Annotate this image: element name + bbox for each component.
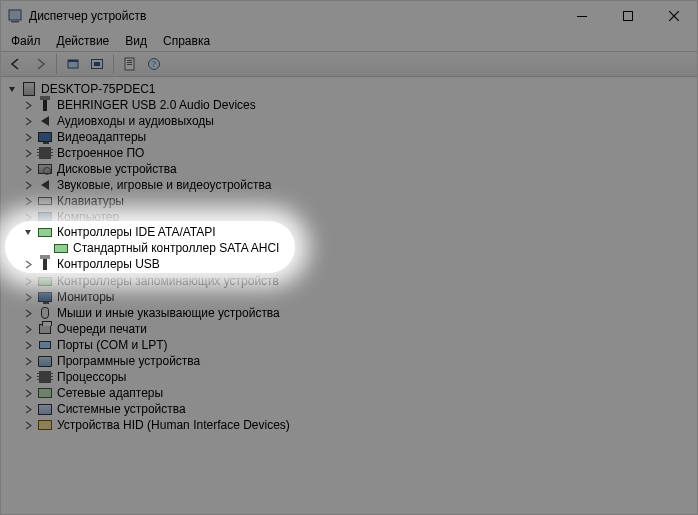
chevron-right-icon[interactable] [21,114,35,128]
chevron-right-icon[interactable] [21,178,35,192]
tree-item[interactable]: Сетевые адаптеры [5,385,697,401]
tree-item[interactable]: Системные устройства [5,401,697,417]
toolbar-separator [113,54,114,74]
monitor-icon [37,289,53,305]
menu-view[interactable]: Вид [117,32,155,50]
display-adapter-icon [37,129,53,145]
svg-rect-10 [127,62,132,63]
menu-file[interactable]: Файл [3,32,49,50]
tree-root-label: DESKTOP-75PDEC1 [41,81,156,97]
toolbar: ? [1,51,697,77]
chevron-right-icon[interactable] [21,354,35,368]
tree-item[interactable]: Видеоадаптеры [5,129,697,145]
tree-item[interactable]: Очереди печати [5,321,697,337]
svg-rect-7 [94,62,100,66]
chevron-right-icon[interactable] [21,386,35,400]
audio-io-icon [37,113,53,129]
svg-rect-5 [68,60,78,62]
tree-item[interactable]: Мониторы [5,289,697,305]
toolbar-properties-button[interactable] [119,53,141,75]
tree-item-label: Очереди печати [57,321,147,337]
toolbar-help-button[interactable]: ? [143,53,165,75]
tree-root[interactable]: DESKTOP-75PDEC1 [5,81,697,97]
chevron-right-icon[interactable] [21,402,35,416]
svg-rect-2 [577,16,587,17]
window-title: Диспетчер устройств [29,9,146,23]
tree-item-label: Звуковые, игровые и видеоустройства [57,177,271,193]
device-tree[interactable]: DESKTOP-75PDEC1 BEHRINGER USB 2.0 Audio … [1,77,697,514]
app-icon [7,8,23,24]
minimize-icon [577,11,587,21]
software-device-icon [37,353,53,369]
chevron-down-icon[interactable] [21,226,35,240]
chevron-right-icon[interactable] [21,98,35,112]
tree-item-label: Порты (COM и LPT) [57,337,168,353]
toolbar-back-button[interactable] [5,53,27,75]
tree-item-label: Сетевые адаптеры [57,385,163,401]
tree-item-label: Контроллеры запоминающих устройств [57,273,279,289]
minimize-button[interactable] [559,1,605,31]
close-button[interactable] [651,1,697,31]
firmware-icon [37,145,53,161]
help-icon: ? [147,57,161,71]
tree-item[interactable]: Клавиатуры [5,193,697,209]
chevron-right-icon[interactable] [21,162,35,176]
toolbar-separator [56,54,57,74]
tree-item-label: Видеоадаптеры [57,129,146,145]
usb-controller-icon [37,257,53,273]
chevron-right-icon[interactable] [21,290,35,304]
chevron-right-icon[interactable] [21,210,35,224]
network-adapter-icon [37,385,53,401]
tree-item[interactable]: Мыши и иные указывающие устройства [5,305,697,321]
tree-item[interactable]: Программные устройства [5,353,697,369]
chevron-right-icon[interactable] [21,322,35,336]
tree-item[interactable]: Процессоры [5,369,697,385]
tree-item[interactable]: Аудиовходы и аудиовыходы [5,113,697,129]
chevron-right-icon[interactable] [21,370,35,384]
tree-item[interactable]: Устройства HID (Human Interface Devices) [5,417,697,433]
mouse-icon [37,305,53,321]
ide-controller-icon [37,225,53,241]
hid-icon [37,417,53,433]
maximize-button[interactable] [605,1,651,31]
close-icon [669,11,679,21]
tree-item[interactable]: Звуковые, игровые и видеоустройства [5,177,697,193]
toolbar-refresh-button[interactable] [86,53,108,75]
keyboard-icon [37,193,53,209]
tree-item-label: Дисковые устройства [57,161,177,177]
toolbar-forward-button[interactable] [29,53,51,75]
chevron-right-icon[interactable] [21,130,35,144]
chevron-right-icon[interactable] [21,418,35,432]
tree-item-label: Устройства HID (Human Interface Devices) [57,417,290,433]
properties-icon [123,57,137,71]
storage-controller-icon [37,273,53,289]
chevron-right-icon[interactable] [21,194,35,208]
chevron-right-icon[interactable] [21,258,35,272]
tree-item[interactable]: Компьютер [5,209,697,225]
menu-action[interactable]: Действие [49,32,118,50]
chevron-right-icon[interactable] [21,338,35,352]
menu-help[interactable]: Справка [155,32,218,50]
tree-item[interactable]: Контроллеры USB [5,257,697,273]
chevron-down-icon[interactable] [5,82,19,96]
tree-item-label: Аудиовходы и аудиовыходы [57,113,214,129]
tree-item-label: Мыши и иные указывающие устройства [57,305,280,321]
chevron-right-icon[interactable] [21,274,35,288]
tree-item[interactable]: Дисковые устройства [5,161,697,177]
tree-item[interactable]: Порты (COM и LPT) [5,337,697,353]
toolbar-show-hidden-button[interactable] [62,53,84,75]
svg-rect-3 [624,12,633,21]
tree-item-sata-ahci[interactable]: Стандартный контроллер SATA AHCI [5,241,697,257]
tree-item[interactable]: Встроенное ПО [5,145,697,161]
tree-item[interactable]: BEHRINGER USB 2.0 Audio Devices [5,97,697,113]
svg-rect-11 [127,64,132,65]
tree-item-ide-ata[interactable]: Контроллеры IDE ATA/ATAPI [5,225,697,241]
computer-category-icon [37,209,53,225]
chevron-right-icon[interactable] [21,146,35,160]
tree-item-label: Встроенное ПО [57,145,144,161]
maximize-icon [623,11,633,21]
sata-controller-icon [53,241,69,257]
tree-item-label: Мониторы [57,289,114,305]
chevron-right-icon[interactable] [21,306,35,320]
tree-item[interactable]: Контроллеры запоминающих устройств [5,273,697,289]
